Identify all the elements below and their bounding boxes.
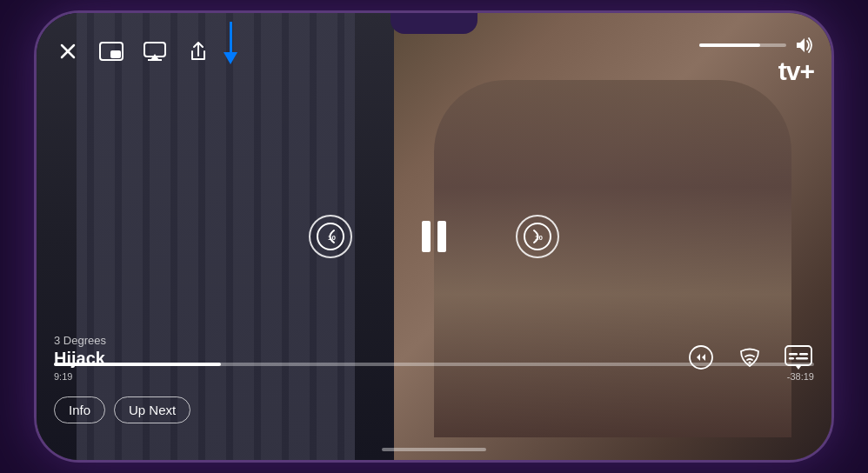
pause-bar-right: [437, 221, 446, 252]
appletv-logo: tv+: [775, 57, 814, 86]
info-button[interactable]: Info: [54, 396, 105, 423]
tv-plus-text: tv+: [778, 57, 814, 86]
picture-in-picture-icon[interactable]: [97, 37, 125, 65]
airplay-indicator-arrow: [224, 22, 237, 64]
close-button[interactable]: [54, 37, 82, 65]
airplay-icon[interactable]: [141, 37, 169, 65]
svg-rect-13: [789, 353, 798, 356]
volume-fill: [699, 43, 760, 47]
svg-text:10: 10: [328, 234, 336, 242]
notch: [391, 13, 477, 34]
svg-rect-16: [796, 357, 808, 360]
audio-track-icon[interactable]: [734, 342, 765, 373]
up-next-button[interactable]: Up Next: [114, 396, 190, 423]
svg-rect-14: [799, 353, 808, 356]
pause-button[interactable]: [422, 221, 446, 252]
person-silhouette: [434, 80, 791, 437]
playback-speed-icon[interactable]: [685, 342, 717, 373]
arrow-head: [224, 52, 237, 64]
svg-point-10: [690, 346, 712, 369]
skip-forward-button[interactable]: 10: [516, 215, 559, 258]
volume-control[interactable]: [699, 37, 814, 53]
skip-back-button[interactable]: 10: [309, 215, 352, 258]
show-name: 3 Degrees: [54, 334, 106, 347]
svg-text:10: 10: [535, 234, 543, 242]
bottom-bar: Info Up Next: [54, 396, 190, 423]
current-time: 9:19: [54, 371, 72, 382]
svg-rect-12: [785, 346, 811, 365]
share-icon[interactable]: [184, 37, 212, 65]
svg-rect-3: [110, 50, 121, 58]
volume-slider[interactable]: [699, 43, 786, 47]
playback-controls: 10 10: [309, 215, 559, 258]
home-indicator: [382, 448, 486, 451]
svg-point-11: [749, 362, 751, 364]
arrow-line: [230, 22, 232, 52]
phone-frame: tv+ 10 10: [34, 10, 834, 463]
volume-icon: [795, 37, 814, 53]
svg-rect-15: [789, 357, 794, 360]
bottom-right-toolbar: [685, 342, 814, 373]
progress-fill: [54, 363, 221, 366]
subtitles-icon[interactable]: [783, 342, 814, 373]
pause-bar-left: [422, 221, 431, 252]
phone-container: tv+ 10 10: [0, 0, 868, 473]
